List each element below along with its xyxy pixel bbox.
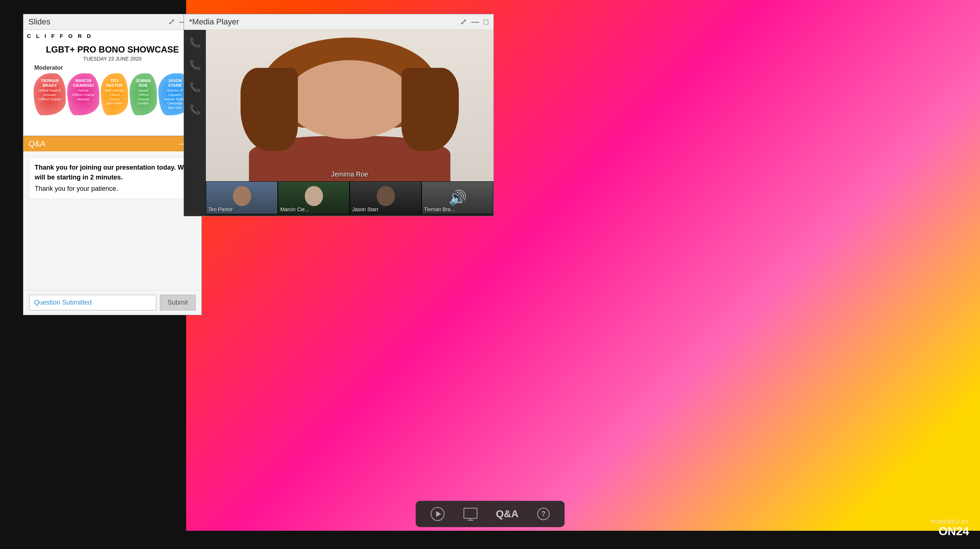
qa-body: Thank you for joining our presentation t… [23, 151, 202, 290]
media-header-left: *Media Player [189, 17, 239, 27]
jemima-video: Jemima Roe [206, 30, 493, 181]
question-input[interactable] [29, 295, 156, 311]
mini-participant-jason: Jason Starr [350, 181, 422, 214]
speaker-blob-tiernan: TIERNANBRADY Global Head of InclusionCli… [33, 73, 66, 115]
svg-text:?: ? [541, 509, 546, 517]
media-player: *Media Player ⤢ — □ 📞 📞 📞 📞 [184, 14, 494, 216]
mini-participant-marcin: Marcin Cie... [278, 181, 350, 214]
speaker-blob-teo: TEOPASTOR Staff AttorneyClifford ChanceS… [101, 73, 128, 115]
hair-right [401, 68, 459, 151]
slide-content: C L I F F O R D LGBT+ PRO BONO SHOWCASE … [23, 30, 202, 143]
mini-participant-teo: Teo Pastor [206, 181, 278, 214]
teo-face [233, 186, 251, 206]
expand-icon[interactable]: ⤢ [168, 17, 175, 27]
media-main-video: Jemima Roe Teo Pastor Marcin Cie.. [206, 30, 493, 216]
qa-input-area: Submit [23, 290, 202, 315]
jason-face [377, 186, 395, 206]
on24-logo: POWERED BY ON24 [931, 519, 969, 538]
speaker-name-label: Jemima Roe [331, 171, 368, 178]
slides-title: Slides [29, 17, 50, 27]
marcin-label: Marcin Cie... [280, 206, 309, 212]
toolbar-btn-qa[interactable]: Q&A [496, 508, 518, 520]
qa-message-normal: Thank you for your patience. [35, 184, 190, 194]
toolbar-btn-play[interactable] [430, 507, 445, 521]
slides-panel: Slides ⤢ — □ C L I F F O R D LGBT+ PRO B… [23, 14, 202, 143]
main-video: Jemima Roe [206, 30, 493, 181]
mini-participant-tiernan: 🔊 Tiernan Bra... [422, 181, 493, 214]
svg-marker-1 [436, 511, 441, 517]
event-date: TUESDAY 23 JUNE 2020 [31, 56, 194, 62]
bottom-toolbar: Q&A ? [415, 501, 564, 527]
powered-by-label: POWERED BY [931, 519, 969, 525]
media-expand-icon[interactable]: ⤢ [460, 17, 467, 27]
media-minimize-icon[interactable]: — [471, 17, 479, 27]
media-title: *Media Player [189, 17, 239, 27]
help-icon[interactable]: ? [537, 508, 550, 520]
submit-button[interactable]: Submit [160, 295, 196, 311]
moderator-label: Moderator [31, 65, 194, 71]
toolbar-btn-slides[interactable] [463, 508, 477, 520]
hair-left [240, 68, 298, 151]
speaker-blob-jemima: JEMIMAROE LawyerClifford ChanceLondon [130, 73, 157, 115]
clifford-logo: C L I F F O R D [27, 33, 93, 39]
slides-header: Slides ⤢ — □ [23, 14, 202, 30]
bottom-bar [0, 531, 980, 549]
qa-header: Q&A — □ [23, 136, 202, 151]
teo-label: Teo Pastor [208, 206, 233, 212]
on24-brand-label: ON24 [939, 525, 969, 538]
event-title: LGBT+ PRO BONO SHOWCASE [31, 44, 194, 55]
speaker-blob-marcin: MARCINCIEMIŃSKI PartnerClifford Chance W… [67, 73, 99, 115]
slides-header-left: Slides [29, 17, 50, 27]
media-header: *Media Player ⤢ — □ [184, 14, 493, 30]
slide-top-area: LGBT+ PRO BONO SHOWCASE TUESDAY 23 JUNE … [23, 30, 202, 115]
marcin-face [305, 186, 323, 206]
jason-label: Jason Starr [352, 206, 379, 212]
phone-icon-4[interactable]: 📞 [189, 104, 201, 115]
media-sidebar: 📞 📞 📞 📞 [184, 30, 206, 216]
media-close-icon[interactable]: □ [484, 17, 488, 27]
svg-rect-2 [463, 508, 477, 518]
phone-icon-1[interactable]: 📞 [189, 37, 201, 49]
slides-icon[interactable] [463, 508, 477, 520]
qa-message: Thank you for joining our presentation t… [29, 157, 196, 199]
qa-panel: Q&A — □ Thank you for joining our presen… [23, 136, 202, 315]
toolbar-btn-help[interactable]: ? [537, 508, 550, 520]
play-icon[interactable] [430, 507, 445, 521]
qa-message-bold: Thank you for joining our presentation t… [35, 163, 190, 182]
qa-title: Q&A [29, 139, 45, 149]
tiernan-label: Tiernan Bra... [424, 206, 455, 212]
media-header-controls[interactable]: ⤢ — □ [460, 17, 488, 27]
phone-icon-3[interactable]: 📞 [189, 82, 201, 93]
speakers-blobs: TIERNANBRADY Global Head of InclusionCli… [31, 73, 194, 115]
qa-toolbar-label: Q&A [496, 508, 518, 520]
phone-icon-2[interactable]: 📞 [189, 59, 201, 71]
speaker-icon: 🔊 [449, 189, 467, 206]
media-body: 📞 📞 📞 📞 [184, 30, 493, 216]
mini-participants: Teo Pastor Marcin Cie... Jason Starr [206, 181, 493, 214]
face-oval [286, 60, 413, 139]
